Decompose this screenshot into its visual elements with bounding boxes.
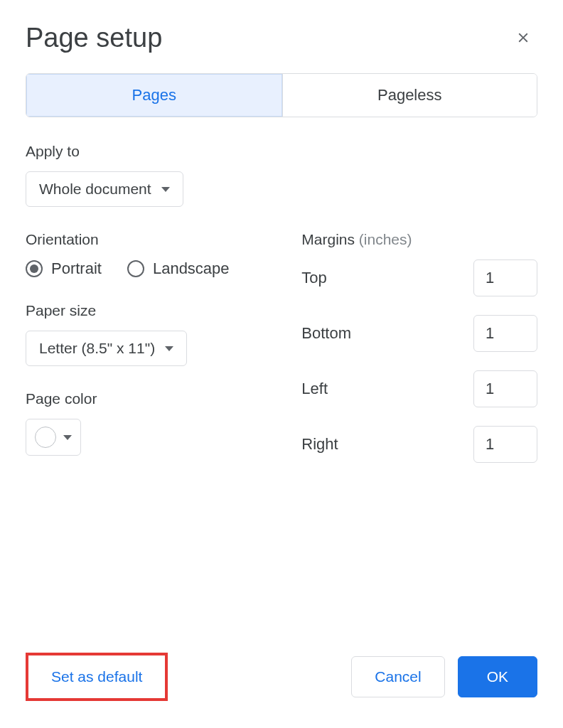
chevron-down-icon: [161, 187, 170, 192]
orientation-section: Orientation Portrait Landscape: [26, 231, 273, 278]
paper-size-section: Paper size Letter (8.5" x 11"): [26, 302, 273, 366]
margins-hint: (inches): [359, 231, 412, 247]
radio-icon: [127, 260, 144, 277]
chevron-down-icon: [165, 346, 173, 351]
radio-icon: [26, 260, 43, 277]
margin-top-label: Top: [301, 269, 326, 287]
margin-top-input[interactable]: [473, 259, 537, 296]
set-as-default-button[interactable]: Set as default: [30, 657, 163, 697]
radio-landscape[interactable]: Landscape: [127, 259, 230, 278]
radio-landscape-label: Landscape: [153, 259, 230, 278]
orientation-label: Orientation: [26, 231, 273, 248]
left-column: Orientation Portrait Landscape Paper siz…: [26, 231, 273, 481]
orientation-radios: Portrait Landscape: [26, 259, 273, 278]
close-icon: [515, 26, 531, 50]
tab-pages[interactable]: Pages: [26, 74, 282, 117]
page-color-dropdown[interactable]: [26, 419, 81, 456]
dialog-footer: Set as default Cancel OK: [26, 653, 537, 701]
paper-size-dropdown[interactable]: Letter (8.5" x 11"): [26, 331, 187, 366]
apply-to-section: Apply to Whole document: [26, 143, 537, 207]
page-color-label: Page color: [26, 390, 273, 407]
margin-left-row: Left: [301, 370, 537, 407]
apply-to-label: Apply to: [26, 143, 537, 160]
color-swatch-icon: [35, 427, 56, 448]
settings-columns: Orientation Portrait Landscape Paper siz…: [26, 231, 537, 481]
paper-size-label: Paper size: [26, 302, 273, 319]
mode-tabs: Pages Pageless: [26, 73, 537, 117]
ok-button[interactable]: OK: [458, 656, 537, 697]
margin-bottom-row: Bottom: [301, 315, 537, 352]
margin-bottom-input[interactable]: [473, 315, 537, 352]
margins-column: Margins (inches) Top Bottom Left Right: [301, 231, 537, 481]
margin-top-row: Top: [301, 259, 537, 296]
close-button[interactable]: [509, 24, 537, 53]
dialog-title: Page setup: [26, 23, 162, 53]
chevron-down-icon: [63, 435, 72, 440]
page-color-section: Page color: [26, 390, 273, 456]
paper-size-value: Letter (8.5" x 11"): [39, 340, 155, 357]
tab-pageless[interactable]: Pageless: [282, 74, 537, 117]
margin-bottom-label: Bottom: [301, 324, 351, 343]
margin-right-input[interactable]: [473, 426, 537, 463]
page-setup-dialog: Page setup Pages Pageless Apply to Whole…: [0, 0, 563, 504]
radio-portrait-label: Portrait: [51, 259, 102, 278]
apply-to-dropdown[interactable]: Whole document: [26, 171, 183, 207]
footer-right-buttons: Cancel OK: [351, 656, 537, 697]
radio-portrait[interactable]: Portrait: [26, 259, 102, 278]
cancel-button[interactable]: Cancel: [351, 656, 444, 697]
margins-label: Margins (inches): [301, 231, 537, 248]
margin-left-input[interactable]: [473, 370, 537, 407]
margin-left-label: Left: [301, 380, 328, 398]
apply-to-value: Whole document: [39, 181, 151, 198]
margins-text: Margins: [301, 231, 355, 247]
dialog-header: Page setup: [26, 23, 537, 53]
set-default-highlight: Set as default: [26, 653, 168, 701]
margin-right-row: Right: [301, 426, 537, 463]
margin-right-label: Right: [301, 435, 338, 454]
